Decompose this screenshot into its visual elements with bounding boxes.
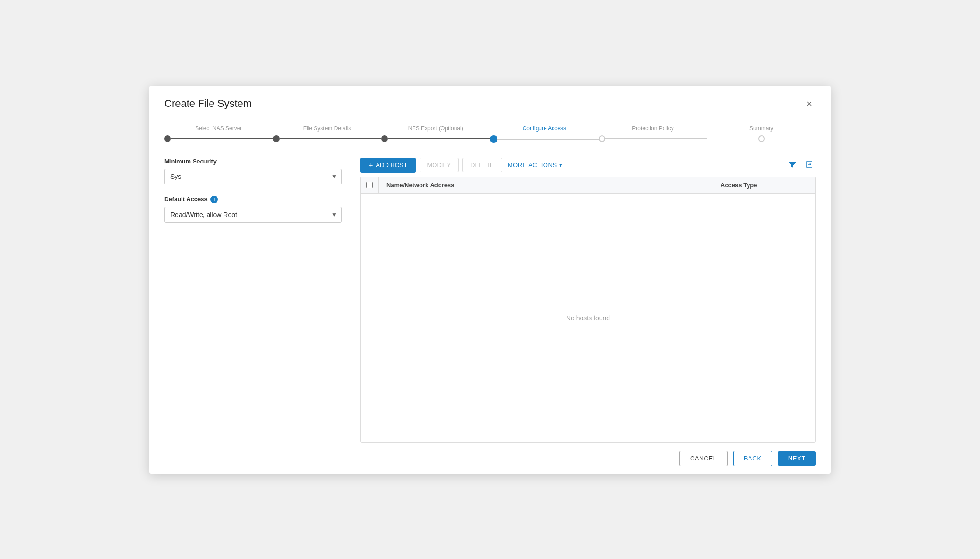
dialog-footer: CANCEL BACK NEXT xyxy=(149,443,831,474)
modify-button[interactable]: MODIFY xyxy=(420,158,459,172)
filter-button[interactable] xyxy=(786,159,799,172)
table-body: No hosts found xyxy=(361,194,815,442)
step-label-file-system-details: File System Details xyxy=(303,125,351,132)
table-header: Name/Network Address Access Type xyxy=(361,177,815,194)
add-host-button[interactable]: + ADD HOST xyxy=(360,158,416,173)
more-actions-button[interactable]: MORE ACTIONS ▾ xyxy=(508,162,562,169)
table-header-name: Name/Network Address xyxy=(379,177,713,193)
step-line-2 xyxy=(280,138,382,139)
default-access-label-row: Default Access i xyxy=(164,196,342,203)
step-file-system-details: File System Details xyxy=(273,125,382,142)
left-panel: Minimum Security Sys Kerberos Kerberos w… xyxy=(164,154,342,443)
default-access-wrapper: Read/Write, allow Root Read/Write Read O… xyxy=(164,207,342,223)
step-line-3 xyxy=(388,138,490,139)
select-all-checkbox[interactable] xyxy=(366,182,373,188)
step-select-nas: Select NAS Server xyxy=(164,125,273,142)
more-actions-chevron-icon: ▾ xyxy=(559,162,563,169)
export-icon xyxy=(805,161,813,168)
toolbar: + ADD HOST MODIFY DELETE MORE ACTIONS ▾ xyxy=(360,158,816,173)
min-security-label: Minimum Security xyxy=(164,158,342,165)
default-access-label: Default Access xyxy=(164,196,208,203)
step-label-select-nas: Select NAS Server xyxy=(195,125,242,132)
table-header-checkbox-cell xyxy=(361,177,379,193)
create-file-system-dialog: Create File System × Select NAS Server F… xyxy=(149,86,831,474)
step-configure-access: Configure Access xyxy=(490,125,599,143)
step-label-configure-access: Configure Access xyxy=(523,125,566,132)
step-line-4 xyxy=(497,139,599,140)
step-dot-summary xyxy=(758,135,765,142)
dialog-header: Create File System × xyxy=(149,86,831,118)
filter-icon xyxy=(789,161,796,168)
more-actions-label: MORE ACTIONS xyxy=(508,162,557,169)
next-button[interactable]: NEXT xyxy=(778,451,816,466)
no-hosts-message: No hosts found xyxy=(566,314,610,322)
back-button[interactable]: BACK xyxy=(733,451,772,466)
min-security-wrapper: Sys Kerberos Kerberos with Integrity Ker… xyxy=(164,169,342,184)
step-dot-nfs-export xyxy=(381,135,388,142)
step-label-nfs-export: NFS Export (Optional) xyxy=(408,125,463,132)
add-host-label: ADD HOST xyxy=(376,162,407,169)
default-access-info-icon: i xyxy=(210,196,218,203)
close-button[interactable]: × xyxy=(803,97,816,110)
step-dot-file-system-details xyxy=(273,135,280,142)
step-dot-select-nas xyxy=(164,135,171,142)
step-dot-configure-access xyxy=(490,135,497,143)
cancel-button[interactable]: CANCEL xyxy=(679,451,728,466)
right-panel: + ADD HOST MODIFY DELETE MORE ACTIONS ▾ xyxy=(360,154,816,443)
plus-icon: + xyxy=(369,162,373,169)
step-line-1 xyxy=(171,138,273,139)
step-nfs-export: NFS Export (Optional) xyxy=(381,125,490,142)
step-summary: Summary xyxy=(707,125,816,142)
delete-label: DELETE xyxy=(470,162,494,169)
delete-button[interactable]: DELETE xyxy=(462,158,502,172)
min-security-select[interactable]: Sys Kerberos Kerberos with Integrity Ker… xyxy=(164,169,342,184)
default-access-select[interactable]: Read/Write, allow Root Read/Write Read O… xyxy=(164,207,342,223)
hosts-table: Name/Network Address Access Type No host… xyxy=(360,177,816,443)
dialog-body: Minimum Security Sys Kerberos Kerberos w… xyxy=(149,154,831,443)
step-line-5 xyxy=(605,138,707,139)
step-protection-policy: Protection Policy xyxy=(599,125,707,142)
modify-label: MODIFY xyxy=(427,162,451,169)
export-button[interactable] xyxy=(803,159,816,172)
step-label-summary: Summary xyxy=(749,125,773,132)
step-dot-protection-policy xyxy=(599,135,605,142)
dialog-title: Create File System xyxy=(164,98,252,110)
table-header-access-type: Access Type xyxy=(713,177,815,193)
stepper: Select NAS Server File System Details NF… xyxy=(149,118,831,154)
step-label-protection-policy: Protection Policy xyxy=(632,125,673,132)
